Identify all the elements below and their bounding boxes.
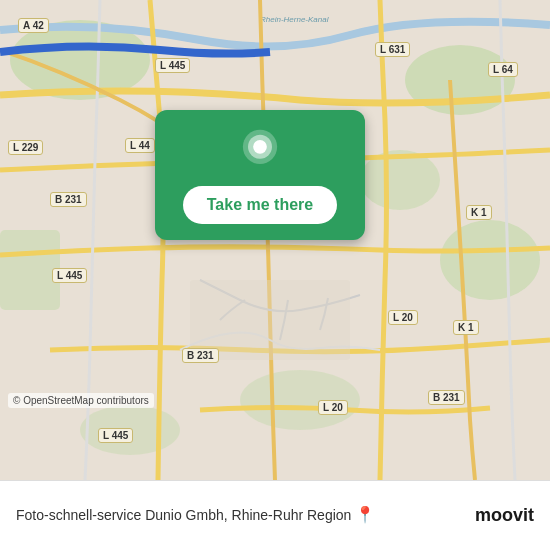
road-label-k1-bot: K 1 xyxy=(453,320,479,335)
location-pin-icon: 📍 xyxy=(355,506,375,523)
svg-text:Rhein-Herne-Kanal: Rhein-Herne-Kanal xyxy=(260,15,329,24)
map-svg: Rhein-Herne-Kanal xyxy=(0,0,550,480)
road-label-l445-left: L 445 xyxy=(52,268,87,283)
road-label-b231-left: B 231 xyxy=(50,192,87,207)
road-label-l229: L 229 xyxy=(8,140,43,155)
road-label-l20-bot: L 20 xyxy=(318,400,348,415)
map-attribution: © OpenStreetMap contributors xyxy=(8,393,154,408)
road-label-a42: A 42 xyxy=(18,18,49,33)
road-label-l445-top: L 445 xyxy=(155,58,190,73)
business-name-text: Foto-schnell-service Dunio Gmbh, Rhine-R… xyxy=(16,507,351,523)
take-me-there-button[interactable]: Take me there xyxy=(183,186,337,224)
road-label-l445-mid: L 44 xyxy=(125,138,155,153)
svg-point-4 xyxy=(440,220,540,300)
location-card: Take me there xyxy=(155,110,365,240)
road-label-l64: L 64 xyxy=(488,62,518,77)
road-label-b231-mid: B 231 xyxy=(182,348,219,363)
moovit-logo-text: moovit xyxy=(475,505,534,526)
road-label-b231-right: B 231 xyxy=(428,390,465,405)
svg-rect-3 xyxy=(0,230,60,310)
road-label-l631: L 631 xyxy=(375,42,410,57)
road-label-k1-top: K 1 xyxy=(466,205,492,220)
map-container: Rhein-Herne-Kanal A 42 L 445 L 631 L 64 … xyxy=(0,0,550,480)
pin-icon xyxy=(236,128,284,176)
road-label-l20-mid: L 20 xyxy=(388,310,418,325)
business-name: Foto-schnell-service Dunio Gmbh, Rhine-R… xyxy=(16,504,465,526)
svg-point-12 xyxy=(253,140,267,154)
moovit-logo: moovit xyxy=(475,505,534,526)
road-label-l445-bot: L 445 xyxy=(98,428,133,443)
bottom-bar: Foto-schnell-service Dunio Gmbh, Rhine-R… xyxy=(0,480,550,550)
